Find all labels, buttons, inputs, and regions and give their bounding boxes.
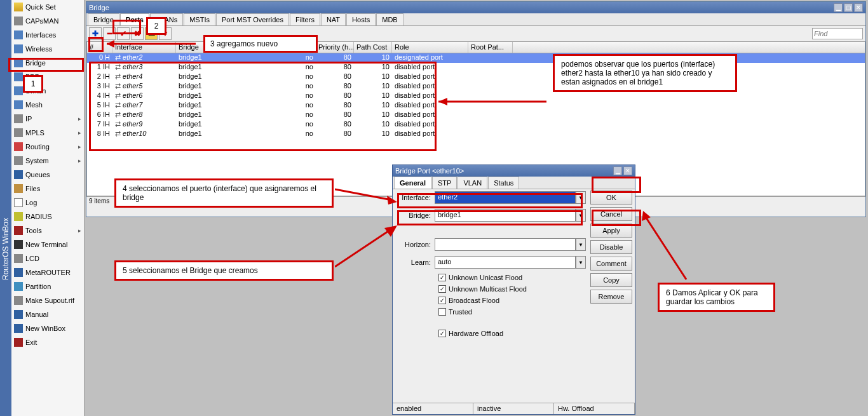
cell: ⇄ ether10 — [112, 130, 176, 139]
sidebar-item-tools[interactable]: Tools — [11, 224, 84, 238]
grid-body[interactable]: 0 H⇄ ether2bridge1no8010designated port1… — [87, 53, 865, 139]
copy-button[interactable]: Copy — [590, 273, 632, 287]
sidebar-label: LCD — [25, 255, 39, 262]
table-row[interactable]: 7 IH⇄ ether9bridge1no8010disabled port — [87, 120, 865, 130]
dlg-tab-general[interactable]: General — [394, 177, 431, 189]
sidebar-item-log[interactable]: Log — [11, 196, 84, 210]
sidebar-item-bridge[interactable]: Bridge — [11, 56, 84, 70]
sidebar-item-lcd[interactable]: LCD — [11, 252, 84, 265]
sidebar-item-queues[interactable]: Queues — [11, 168, 84, 182]
sidebar-item-metarouter[interactable]: MetaROUTER — [11, 265, 84, 279]
add-button[interactable]: ✚ — [89, 27, 102, 40]
find-input[interactable] — [812, 28, 863, 39]
col-header[interactable]: Role — [392, 42, 468, 53]
tab-mstis[interactable]: MSTIs — [184, 13, 215, 25]
apply-button[interactable]: Apply — [590, 224, 632, 238]
bridge-field[interactable]: bridge1 — [435, 209, 576, 222]
sidebar-item-interfaces[interactable]: Interfaces — [11, 28, 84, 42]
remove-button[interactable]: ━ — [103, 27, 116, 40]
col-header[interactable]: Horizon — [240, 42, 278, 53]
checkbox[interactable]: ✓ — [438, 297, 446, 304]
sidebar-item-switch[interactable]: Switch — [11, 84, 84, 98]
checkbox[interactable]: ✓ — [438, 285, 446, 293]
enable-button[interactable]: ✔ — [117, 27, 130, 40]
filter-button[interactable]: ▼ — [159, 27, 172, 40]
sidebar-item-ip[interactable]: IP — [11, 112, 84, 126]
disable-button[interactable]: ✖ — [131, 27, 144, 40]
col-header[interactable]: # — [87, 42, 112, 53]
maximize-icon[interactable]: ▢ — [844, 3, 853, 12]
sidebar-label: Make Supout.rif — [25, 297, 74, 304]
remove-button[interactable]: Remove — [590, 290, 632, 304]
close-icon[interactable]: ✕ — [623, 166, 632, 175]
cell: bridge1 — [176, 63, 240, 72]
col-header[interactable]: Interface — [112, 42, 176, 53]
table-row[interactable]: 0 H⇄ ether2bridge1no8010designated port — [87, 53, 865, 63]
sidebar-item-mpls[interactable]: MPLS — [11, 126, 84, 140]
sidebar-item-manual[interactable]: Manual — [11, 307, 84, 321]
cancel-button[interactable]: Cancel — [590, 207, 632, 221]
table-row[interactable]: 4 IH⇄ ether6bridge1no8010disabled port — [87, 91, 865, 101]
dropdown-arrow-icon[interactable]: ▼ — [576, 256, 586, 269]
table-row[interactable]: 6 IH⇄ ether8bridge1no8010disabled port — [87, 111, 865, 120]
sidebar-item-routing[interactable]: Routing — [11, 140, 84, 154]
sidebar-item-radius[interactable]: RADIUS — [11, 210, 84, 224]
tab-nat[interactable]: NAT — [321, 13, 346, 25]
table-row[interactable]: 1 IH⇄ ether3bridge1no8010disabled port — [87, 63, 865, 72]
sidebar-label: MetaROUTER — [25, 269, 71, 276]
cell: 10 — [354, 91, 392, 101]
dropdown-arrow-icon[interactable]: ▼ — [576, 191, 586, 204]
cell — [240, 111, 278, 120]
tab-vlans[interactable]: VLANs — [150, 13, 183, 25]
sidebar-item-partition[interactable]: Partition — [11, 279, 84, 293]
table-row[interactable]: 3 IH⇄ ether5bridge1no8010disabled port — [87, 82, 865, 91]
learn-field[interactable]: auto — [435, 256, 576, 269]
sidebar-item-quick-set[interactable]: Quick Set — [11, 0, 84, 14]
close-icon[interactable]: ✕ — [854, 3, 863, 12]
menu-icon — [14, 128, 23, 137]
col-header[interactable]: Path Cost — [354, 42, 392, 53]
checkbox[interactable]: ✓ — [438, 330, 446, 337]
tab-filters[interactable]: Filters — [290, 13, 320, 25]
col-header[interactable]: Trusted — [278, 42, 316, 53]
checkbox[interactable]: ✓ — [438, 274, 446, 281]
cell: 10 — [354, 120, 392, 130]
minimize-icon[interactable]: ▁ — [613, 166, 622, 175]
col-header[interactable]: Priority (h... — [316, 42, 354, 53]
cell: 80 — [316, 72, 354, 82]
tab-mdb[interactable]: MDB — [376, 13, 403, 25]
checkbox[interactable] — [438, 308, 446, 316]
table-row[interactable]: 5 IH⇄ ether7bridge1no8010disabled port — [87, 101, 865, 111]
interface-field[interactable]: ether2 — [435, 191, 576, 204]
minimize-icon[interactable]: ▁ — [834, 3, 843, 12]
sidebar-item-ppp[interactable]: PPP — [11, 70, 84, 84]
sidebar-item-new-winbox[interactable]: New WinBox — [11, 321, 84, 335]
tab-bridge[interactable]: Bridge — [88, 13, 119, 25]
ok-button[interactable]: OK — [590, 191, 632, 205]
sidebar-item-capsman[interactable]: CAPsMAN — [11, 14, 84, 28]
sidebar-item-system[interactable]: System — [11, 154, 84, 168]
col-header[interactable]: Root Pat... — [468, 42, 513, 53]
dropdown-arrow-icon[interactable]: ▼ — [576, 238, 586, 251]
tab-hosts[interactable]: Hosts — [346, 13, 376, 25]
sidebar-item-make-supout.rif[interactable]: Make Supout.rif — [11, 293, 84, 307]
disable-button[interactable]: Disable — [590, 240, 632, 254]
col-header[interactable]: Bridge — [176, 42, 240, 53]
dlg-tab-vlan[interactable]: VLAN — [458, 177, 487, 189]
comment-button[interactable]: Comment — [590, 257, 632, 271]
tab-port-mst-overrides[interactable]: Port MST Overrides — [216, 13, 289, 25]
horizon-field[interactable] — [435, 238, 576, 251]
tab-ports[interactable]: Ports — [120, 13, 149, 25]
comment-button[interactable]: ▭ — [145, 27, 158, 40]
sidebar-item-mesh[interactable]: Mesh — [11, 98, 84, 112]
dlg-tab-status[interactable]: Status — [488, 177, 519, 189]
dropdown-arrow-icon[interactable]: ▼ — [576, 209, 586, 222]
table-row[interactable]: 8 IH⇄ ether10bridge1no8010disabled port — [87, 130, 865, 139]
sidebar-item-wireless[interactable]: Wireless — [11, 42, 84, 56]
table-row[interactable]: 2 IH⇄ ether4bridge1no8010disabled port — [87, 72, 865, 82]
cell — [240, 53, 278, 63]
dlg-tab-stp[interactable]: STP — [432, 177, 457, 189]
sidebar-item-files[interactable]: Files — [11, 182, 84, 196]
sidebar-item-new-terminal[interactable]: New Terminal — [11, 238, 84, 252]
sidebar-item-exit[interactable]: Exit — [11, 335, 84, 349]
